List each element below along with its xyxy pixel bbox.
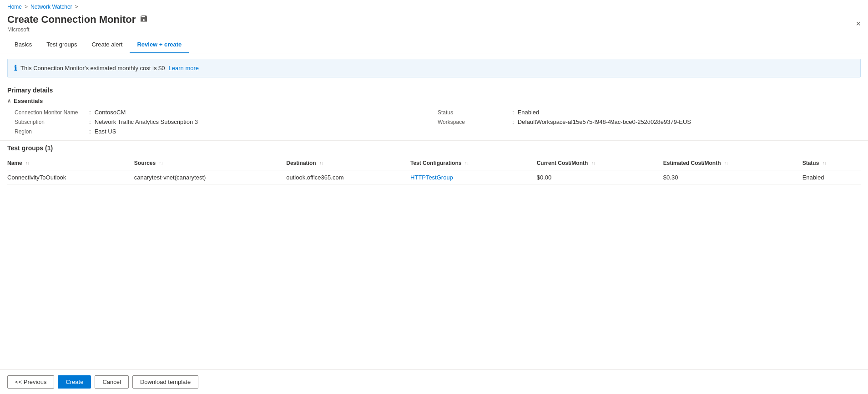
learn-more-link[interactable]: Learn more bbox=[169, 65, 199, 72]
field-region: Region : East US bbox=[15, 128, 438, 135]
table-header-row: Name ↑↓ Sources ↑↓ Destination ↑↓ Test C… bbox=[7, 156, 861, 170]
sort-icon-current-cost[interactable]: ↑↓ bbox=[591, 161, 595, 165]
table-row: ConnectivityToOutlook canarytest-vnet(ca… bbox=[7, 170, 861, 185]
col-name[interactable]: Name ↑↓ bbox=[7, 156, 134, 170]
field-connection-monitor-name: Connection Monitor Name : ContosoCM bbox=[15, 109, 438, 116]
row-name: ConnectivityToOutlook bbox=[7, 170, 134, 185]
sort-icon-name[interactable]: ↑↓ bbox=[25, 161, 30, 165]
test-groups-section: Test groups (1) Name ↑↓ Sources ↑↓ Desti… bbox=[0, 144, 868, 185]
primary-details-section: Primary details bbox=[0, 83, 868, 94]
divider bbox=[0, 140, 868, 141]
sort-icon-sources[interactable]: ↑↓ bbox=[159, 161, 163, 165]
info-banner: ℹ This Connection Monitor's estimated mo… bbox=[7, 59, 861, 77]
breadcrumb-network-watcher[interactable]: Network Watcher bbox=[30, 4, 72, 10]
col-estimated-cost[interactable]: Estimated Cost/Month ↑↓ bbox=[663, 156, 802, 170]
tab-basics[interactable]: Basics bbox=[7, 36, 39, 53]
col-destination[interactable]: Destination ↑↓ bbox=[286, 156, 410, 170]
tab-review-create[interactable]: Review + create bbox=[130, 36, 189, 53]
tab-test-groups[interactable]: Test groups bbox=[39, 36, 84, 53]
tabs: Basics Test groups Create alert Review +… bbox=[0, 36, 868, 53]
row-current-cost: $0.00 bbox=[537, 170, 663, 185]
essentials-header[interactable]: ∧ Essentials bbox=[7, 97, 861, 104]
sort-icon-status[interactable]: ↑↓ bbox=[823, 161, 827, 165]
fields-grid: Connection Monitor Name : ContosoCM Subs… bbox=[7, 109, 861, 135]
field-subscription: Subscription : Network Traffic Analytics… bbox=[15, 118, 438, 125]
sort-icon-test-config[interactable]: ↑↓ bbox=[465, 161, 469, 165]
essentials-label: Essentials bbox=[14, 97, 43, 104]
tab-create-alert[interactable]: Create alert bbox=[85, 36, 130, 53]
close-icon[interactable]: × bbox=[856, 19, 861, 29]
info-icon: ℹ bbox=[14, 64, 17, 72]
col-current-cost[interactable]: Current Cost/Month ↑↓ bbox=[537, 156, 663, 170]
field-workspace: Workspace : DefaultWorkspace-af15e575-f9… bbox=[438, 118, 861, 125]
test-groups-table: Name ↑↓ Sources ↑↓ Destination ↑↓ Test C… bbox=[7, 156, 861, 185]
breadcrumb-sep1: > bbox=[25, 4, 28, 10]
row-estimated-cost: $0.30 bbox=[663, 170, 802, 185]
fields-left: Connection Monitor Name : ContosoCM Subs… bbox=[15, 109, 438, 135]
breadcrumb-sep2: > bbox=[75, 4, 78, 10]
fields-right: Status : Enabled Workspace : DefaultWork… bbox=[438, 109, 861, 135]
row-sources: canarytest-vnet(canarytest) bbox=[134, 170, 286, 185]
test-groups-title: Test groups (1) bbox=[7, 144, 861, 152]
row-test-configurations[interactable]: HTTPTestGroup bbox=[410, 170, 537, 185]
col-status[interactable]: Status ↑↓ bbox=[802, 156, 861, 170]
page-subtitle: Microsoft bbox=[0, 26, 868, 36]
info-text: This Connection Monitor's estimated mont… bbox=[20, 65, 165, 72]
essentials: ∧ Essentials Connection Monitor Name : C… bbox=[0, 97, 868, 135]
sort-icon-estimated-cost[interactable]: ↑↓ bbox=[724, 161, 728, 165]
breadcrumb: Home > Network Watcher > bbox=[0, 0, 868, 12]
save-icon[interactable] bbox=[140, 15, 147, 24]
col-test-configurations[interactable]: Test Configurations ↑↓ bbox=[410, 156, 537, 170]
row-status: Enabled bbox=[802, 170, 861, 185]
row-destination: outlook.office365.com bbox=[286, 170, 410, 185]
col-sources[interactable]: Sources ↑↓ bbox=[134, 156, 286, 170]
collapse-icon: ∧ bbox=[7, 98, 11, 104]
page-title: Create Connection Monitor bbox=[7, 14, 136, 26]
primary-details-title: Primary details bbox=[7, 87, 861, 94]
field-status: Status : Enabled bbox=[438, 109, 861, 116]
sort-icon-destination[interactable]: ↑↓ bbox=[319, 161, 323, 165]
breadcrumb-home[interactable]: Home bbox=[7, 4, 22, 10]
